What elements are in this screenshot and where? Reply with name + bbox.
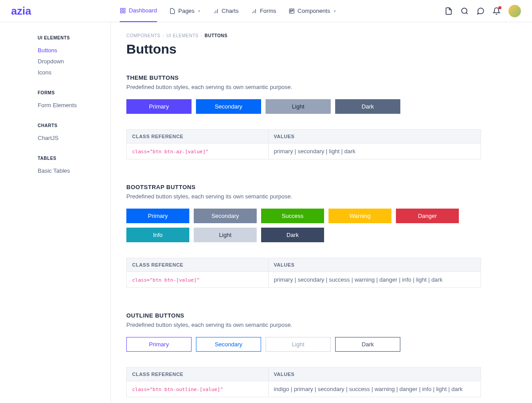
main-nav: DashboardPages▾ChartsFormsComponents▾ [120,0,445,22]
nav-icon [213,8,219,14]
demo-button-primary[interactable]: Primary [126,99,192,114]
sidebar-heading: TABLES [38,156,110,161]
sidebar-item-icons[interactable]: Icons [38,67,110,78]
svg-point-13 [462,8,467,13]
table-header: VALUES [268,130,481,143]
button-row: PrimarySecondarySuccessWarningDangerInfo… [126,209,481,242]
table-row: class="btn btn-[value]"primary | seconda… [127,272,481,288]
sidebar-group: TABLESBasic Tables [38,156,110,176]
sidebar-heading: FORMS [38,90,110,95]
section: THEME BUTTONSPredefined button styles, e… [126,74,481,159]
demo-button-secondary[interactable]: Secondary [194,209,257,223]
nav-item-forms[interactable]: Forms [251,0,276,22]
page-title: Buttons [126,42,481,57]
nav-item-dashboard[interactable]: Dashboard [120,0,157,22]
breadcrumb-separator: › [163,33,164,38]
chat-icon[interactable] [477,7,485,15]
demo-button-light[interactable]: Light [194,228,257,242]
nav-label: Components [297,8,330,14]
main-content: COMPONENTS›UI ELEMENTS›BUTTONS Buttons T… [111,22,532,403]
sidebar-item-dropdown[interactable]: Dropdown [38,56,110,67]
nav-label: Pages [178,8,195,14]
table-row: class="btn btn-outline-[value]"indigo | … [127,381,481,397]
avatar[interactable] [509,5,521,17]
section: BOOTSTRAP BUTTONSPredefined button style… [126,184,481,288]
breadcrumb-item: BUTTONS [205,33,228,38]
table-header: CLASS REFERENCE [127,258,269,272]
nav-item-components[interactable]: Components▾ [289,0,336,22]
sidebar-item-chartjs[interactable]: ChartJS [38,132,110,143]
values-cell: primary | secondary | success | warning … [268,272,481,288]
sidebar-item-form-elements[interactable]: Form Elements [38,100,110,111]
nav-label: Charts [222,8,239,14]
svg-rect-0 [121,8,122,10]
button-row: PrimarySecondaryLightDark [126,99,481,114]
header: azia DashboardPages▾ChartsFormsComponent… [0,0,532,22]
demo-button-light[interactable]: Light [266,337,331,352]
table-header: VALUES [268,258,481,272]
notification-dot [498,6,501,9]
nav-icon [289,8,295,14]
demo-button-dark[interactable]: Dark [335,99,400,114]
section: OUTLINE BUTTONSPredefined button styles,… [126,312,481,397]
values-cell: indigo | primary | secondary | success |… [268,381,481,397]
breadcrumb-item[interactable]: COMPONENTS [126,33,160,38]
sidebar-item-buttons[interactable]: Buttons [38,45,110,56]
reference-table: CLASS REFERENCEVALUESclass="btn btn-az-[… [126,129,481,159]
table-row: class="btn btn-az-[value]"primary | seco… [127,143,481,159]
sidebar: UI ELEMENTSButtonsDropdownIconsFORMSForm… [0,22,111,403]
table-header: CLASS REFERENCE [127,130,269,143]
sidebar-group: CHARTSChartJS [38,123,110,143]
demo-button-dark[interactable]: Dark [261,228,324,242]
section-title: BOOTSTRAP BUTTONS [126,184,481,190]
code-cell: class="btn btn-[value]" [127,272,269,288]
svg-rect-2 [124,11,125,13]
section-title: OUTLINE BUTTONS [126,312,481,319]
chevron-down-icon: ▾ [334,9,336,13]
sidebar-heading: CHARTS [38,123,110,128]
values-cell: primary | secondary | light | dark [268,143,481,159]
bell-icon[interactable] [493,7,501,15]
nav-item-pages[interactable]: Pages▾ [169,0,200,22]
section-desc: Predefined button styles, each serving i… [126,322,481,328]
nav-item-charts[interactable]: Charts [213,0,239,22]
breadcrumb-item[interactable]: UI ELEMENTS [167,33,199,38]
section-desc: Predefined button styles, each serving i… [126,193,481,200]
sections-container: THEME BUTTONSPredefined button styles, e… [126,74,481,397]
demo-button-secondary[interactable]: Secondary [196,337,261,352]
section-title: THEME BUTTONS [126,74,481,81]
nav-icon [251,8,257,14]
chevron-down-icon: ▾ [198,9,200,13]
demo-button-secondary[interactable]: Secondary [196,99,261,114]
nav-icon [169,8,176,14]
demo-button-dark[interactable]: Dark [335,337,400,352]
svg-rect-10 [289,8,294,13]
logo[interactable]: azia [11,5,31,17]
code-cell: class="btn btn-az-[value]" [127,143,269,159]
document-icon[interactable] [445,7,453,15]
header-actions [445,5,521,17]
demo-button-info[interactable]: Info [126,228,189,242]
search-icon[interactable] [461,7,469,15]
svg-rect-12 [292,10,293,11]
button-row: PrimarySecondaryLightDark [126,337,481,352]
nav-label: Dashboard [129,7,157,14]
reference-table: CLASS REFERENCEVALUESclass="btn btn-outl… [126,367,481,397]
table-header: CLASS REFERENCE [127,368,269,381]
demo-button-success[interactable]: Success [261,209,324,223]
demo-button-primary[interactable]: Primary [126,209,189,223]
demo-button-danger[interactable]: Danger [396,209,459,223]
svg-line-14 [466,12,467,14]
svg-rect-1 [124,8,125,10]
demo-button-warning[interactable]: Warning [329,209,391,223]
section-desc: Predefined button styles, each serving i… [126,84,481,90]
reference-table: CLASS REFERENCEVALUESclass="btn btn-[val… [126,258,481,288]
sidebar-item-basic-tables[interactable]: Basic Tables [38,165,110,176]
svg-rect-3 [121,11,122,13]
demo-button-light[interactable]: Light [266,99,331,114]
breadcrumb: COMPONENTS›UI ELEMENTS›BUTTONS [126,33,481,38]
breadcrumb-separator: › [201,33,203,38]
nav-icon [120,8,126,14]
sidebar-heading: UI ELEMENTS [38,35,110,40]
demo-button-primary[interactable]: Primary [126,337,192,352]
